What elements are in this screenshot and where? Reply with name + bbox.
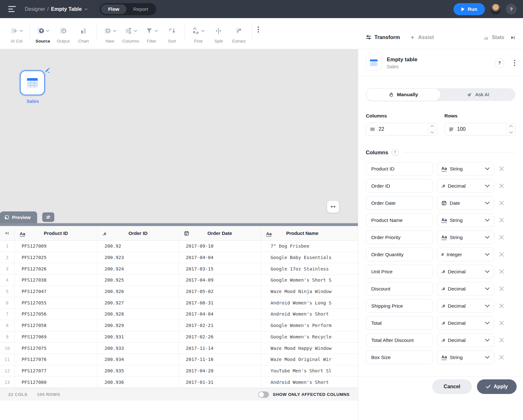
rows-count-input[interactable]: 100 — [445, 123, 516, 136]
column-name-input[interactable]: Box Size — [366, 350, 433, 364]
column-name-input[interactable]: Product Name — [366, 213, 433, 227]
remove-column-button[interactable] — [499, 337, 504, 343]
bar-chart-icon — [484, 35, 489, 40]
table-row[interactable]: 3PFS127026200.9242017-03-15Google 17oz S… — [0, 263, 358, 275]
flow-canvas[interactable]: Sales Preview — [0, 49, 358, 223]
toolbar-button-output[interactable]: Output — [53, 18, 73, 43]
column-name-input[interactable]: Order Quantity — [366, 248, 433, 261]
column-name-input[interactable]: Order Date — [366, 196, 433, 210]
column-type-select[interactable]: AaString — [437, 230, 494, 244]
column-type-select[interactable]: .#Decimal — [437, 282, 494, 296]
tab-flow[interactable]: Flow — [101, 4, 126, 14]
remove-column-button[interactable] — [499, 200, 504, 206]
preview-settings-button[interactable] — [42, 212, 55, 223]
stepper-down-icon[interactable] — [428, 130, 437, 136]
table-row[interactable]: 10PFS127075200.9332017-11-14Waze Mood Ha… — [0, 343, 358, 354]
table-row[interactable]: 9PFS127069200.9312017-02-26Google Women'… — [0, 331, 358, 343]
column-type-select[interactable]: AaString — [437, 162, 494, 176]
remove-column-button[interactable] — [499, 183, 504, 189]
kebab-menu-icon[interactable] — [514, 60, 515, 66]
column-type-select[interactable]: #Integer — [437, 248, 494, 261]
remove-column-button[interactable] — [499, 269, 504, 274]
column-type-select[interactable]: .#Decimal — [437, 299, 494, 313]
table-row[interactable]: 13PFS127080200.9362017-01-31Android Wome… — [0, 377, 358, 388]
tab-transform[interactable]: Transform — [365, 34, 400, 40]
tab-report[interactable]: Report — [126, 4, 155, 14]
run-button[interactable]: Run — [453, 3, 485, 15]
table-row[interactable]: 11PFS127076200.9342017-11-16Waze Mood Or… — [0, 354, 358, 365]
toolbar-button-new[interactable]: New — [100, 18, 120, 43]
mode-ask-ai[interactable]: Ask AI — [441, 88, 516, 101]
fit-view-button[interactable] — [327, 201, 339, 213]
breadcrumb[interactable]: Designer / Empty Table — [25, 6, 88, 12]
mode-manually[interactable]: Manually — [366, 88, 441, 101]
preview-pane-icon — [4, 215, 9, 220]
column-name-input[interactable]: Total — [366, 316, 433, 330]
column-header-order-id[interactable]: .#Order ID — [97, 226, 179, 240]
table-row[interactable]: 6PFS127055200.9272017-08-31Android Women… — [0, 297, 358, 309]
tab-assist[interactable]: Assist — [410, 34, 434, 40]
toolbar-button-split[interactable]: Split — [208, 18, 229, 43]
preview-tab[interactable]: Preview — [0, 211, 37, 223]
remove-column-button[interactable] — [499, 252, 504, 257]
tab-stats[interactable]: Stats — [484, 35, 504, 40]
column-name-input[interactable]: Order Priority — [366, 230, 433, 244]
toolbar-button-source[interactable]: Source — [33, 18, 53, 43]
node-help-button[interactable]: ? — [495, 58, 504, 68]
apply-button[interactable]: Apply — [477, 379, 517, 394]
column-type-select[interactable]: AaString — [437, 213, 494, 227]
expand-rows-header-cell[interactable] — [0, 226, 15, 240]
toolbar-button-filter[interactable]: Filter — [141, 18, 162, 43]
toolbar-button-chart[interactable]: Chart — [73, 18, 94, 43]
table-row[interactable]: 1PFS127009200.922017-09-107" Dog Frisbee — [0, 241, 358, 252]
remove-column-button[interactable] — [499, 320, 504, 326]
table-row[interactable]: 4PFS127038200.9252017-04-09Google Women'… — [0, 275, 358, 286]
table-row[interactable]: 12PFS127077200.9352017-04-20YouTube Men'… — [0, 365, 358, 377]
toolbar-button-sort[interactable]: Sort — [162, 18, 182, 43]
column-type-select[interactable]: Date — [437, 196, 494, 210]
collapse-panel-icon[interactable] — [510, 35, 515, 40]
toolbar-button-columns[interactable]: Columns — [120, 18, 141, 43]
cell-order-date: 2017-04-04 — [179, 309, 261, 320]
column-type-select[interactable]: .#Decimal — [437, 265, 494, 278]
columns-help-button[interactable]: ? — [392, 149, 399, 156]
hamburger-menu-icon[interactable] — [8, 6, 18, 12]
column-header-product-id[interactable]: AaProduct ID — [15, 226, 97, 240]
toolbar-button-extract[interactable]: Extract — [229, 18, 249, 43]
table-row[interactable]: 5PFS127047200.9262017-05-02Waze Mood Nin… — [0, 286, 358, 297]
column-type-select[interactable]: AaString — [437, 350, 494, 364]
column-name-input[interactable]: Total After Discount — [366, 333, 433, 347]
table-row[interactable]: 7PFS127056200.9282017-04-04Android Women… — [0, 309, 358, 320]
toolbar-separator — [252, 24, 252, 40]
table-row[interactable]: 2PFS127025200.9232017-04-04Google Baby E… — [0, 252, 358, 263]
toolbar-overflow-button[interactable] — [258, 18, 259, 33]
remove-column-button[interactable] — [499, 303, 504, 309]
toolbar-button-ai-col[interactable]: AI Col — [6, 18, 27, 43]
column-header-order-date[interactable]: Order Date — [179, 226, 261, 240]
remove-column-button[interactable] — [499, 355, 504, 360]
column-type-select[interactable]: .#Decimal — [437, 179, 494, 193]
stepper-down-icon[interactable] — [506, 130, 515, 136]
column-type-select[interactable]: .#Decimal — [437, 316, 494, 330]
table-row[interactable]: 8PFS127058200.9292017-02-21Google Women'… — [0, 320, 358, 331]
remove-column-button[interactable] — [499, 166, 504, 171]
column-name-input[interactable]: Discount — [366, 282, 433, 296]
help-button[interactable]: ? — [506, 4, 517, 15]
table-node-sales[interactable] — [20, 70, 45, 95]
toolbar-button-find[interactable]: Find — [188, 18, 208, 43]
column-name-input[interactable]: Order ID — [366, 179, 433, 193]
remove-column-button[interactable] — [499, 286, 504, 291]
column-name-input[interactable]: Unit Price — [366, 265, 433, 278]
column-name-input[interactable]: Shipping Price — [366, 299, 433, 313]
columns-count-input[interactable]: 22 — [366, 123, 437, 136]
column-name-input[interactable]: Product ID — [366, 162, 433, 176]
column-header-product-name[interactable]: AaProduct Name — [261, 226, 344, 240]
remove-column-button[interactable] — [499, 217, 504, 223]
show-only-affected-columns-toggle[interactable] — [258, 391, 269, 398]
stepper-up-icon[interactable] — [506, 123, 515, 130]
cancel-button[interactable]: Cancel — [432, 379, 472, 394]
column-type-select[interactable]: .#Decimal — [437, 333, 494, 347]
remove-column-button[interactable] — [499, 235, 504, 240]
avatar[interactable] — [490, 3, 501, 15]
stepper-up-icon[interactable] — [428, 123, 437, 130]
